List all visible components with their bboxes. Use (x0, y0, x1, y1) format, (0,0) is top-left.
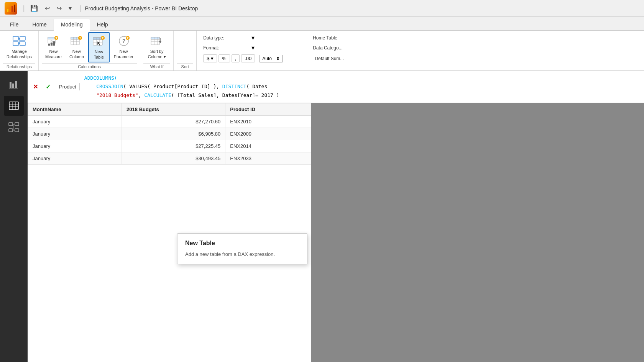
svg-rect-45 (151, 37, 159, 39)
decimal-format-button[interactable]: .00 (241, 54, 255, 62)
relationships-buttons: ManageRelationships (3, 32, 35, 63)
canvas-background (311, 103, 644, 362)
svg-rect-63 (9, 129, 13, 132)
title-separator2: | (80, 4, 82, 12)
window-title: Product Budgeting Analysis - Power BI De… (85, 5, 198, 11)
auto-input[interactable]: Auto ⬍ (260, 55, 283, 62)
tab-file[interactable]: File (3, 19, 26, 31)
main-area: ✕ ✓ Product ADDCOLUMNS( CROSSJOIN( VALUE… (0, 71, 644, 362)
format-arrow: ▾ (251, 44, 255, 51)
cell-monthname: January (28, 115, 122, 128)
formula-str-1: "2018 Budgets" (96, 92, 138, 98)
formula-line-1: ADDCOLUMNS( (84, 74, 641, 82)
whatif-group-label: What If (143, 63, 170, 69)
ribbon-group-relationships: ManageRelationships Relationships (0, 31, 39, 70)
svg-rect-21 (71, 37, 79, 39)
data-category-label: Data Catego... (313, 45, 342, 51)
svg-rect-18 (51, 43, 53, 46)
svg-rect-7 (20, 42, 25, 46)
undo-button[interactable]: ↩ (43, 4, 52, 13)
content-area: ✕ ✓ Product ADDCOLUMNS( CROSSJOIN( VALUE… (28, 71, 644, 362)
cell-monthname: January (28, 140, 122, 152)
formula-comma: , (138, 92, 145, 98)
percent-format-button[interactable]: % (219, 54, 230, 62)
svg-rect-5 (20, 36, 25, 40)
new-column-icon (70, 34, 84, 48)
formula-keyword-3: DISTINCT (222, 84, 246, 89)
formula-expression[interactable]: ADDCOLUMNS( CROSSJOIN( VALUES( Product[P… (84, 73, 641, 101)
ribbon-group-sort: Sort (174, 31, 197, 70)
currency-format-button[interactable]: $ ▾ (203, 54, 217, 62)
whatif-buttons: Sort byColumn ▾ (143, 32, 170, 63)
sidebar-icon-report[interactable] (4, 74, 24, 94)
new-table-label: NewTable (94, 49, 104, 60)
formula-line-2: CROSSJOIN( VALUES( Product[Product ID] )… (84, 83, 641, 91)
tooltip-title: New Table (185, 240, 299, 247)
svg-rect-61 (9, 123, 13, 126)
new-column-button[interactable]: NewColumn (66, 32, 87, 62)
new-parameter-button[interactable]: ? NewParameter (110, 32, 137, 62)
sort-by-column-button[interactable]: Sort byColumn ▾ (143, 32, 170, 62)
svg-rect-52 (10, 82, 12, 88)
title-bar: | 💾 ↩ ↪ ▾ | Product Budgeting Analysis -… (0, 0, 644, 17)
svg-rect-53 (12, 84, 14, 88)
formula-line-3: "2018 Budgets", CALCULATE( [Total Sales]… (84, 92, 641, 100)
sort-group-label: Sort (177, 63, 193, 69)
sidebar-icon-relationships[interactable] (4, 117, 24, 137)
window-controls[interactable]: 💾 ↩ ↪ ▾ (28, 4, 74, 13)
sidebar-icon-data[interactable] (4, 96, 24, 116)
manage-relationships-label: ManageRelationships (7, 49, 32, 60)
table-row: January$27,225.45ENX2014 (28, 140, 311, 152)
home-table-label: Home Table (313, 35, 337, 41)
data-type-dropdown[interactable]: ▾ (248, 34, 279, 42)
cell-monthname: January (28, 128, 122, 140)
ribbon-group-whatif: Sort byColumn ▾ What If (140, 31, 174, 70)
formula-text-3: ( Dates (246, 84, 267, 89)
col-header-productid: Product ID (225, 103, 311, 115)
tooltip-body: Add a new table from a DAX expression. (185, 251, 299, 258)
svg-text:fx: fx (51, 39, 53, 43)
sidebar (0, 71, 28, 362)
ribbon-tabs: File Home Modeling Help (0, 17, 644, 31)
cell-budgets: $30,493.45 (122, 152, 225, 164)
data-type-label: Data type: (203, 35, 245, 41)
redo-button[interactable]: ↪ (54, 4, 64, 13)
svg-rect-19 (53, 41, 55, 46)
customize-button[interactable]: ▾ (66, 4, 74, 13)
formula-keyword-2: CROSSJOIN (96, 84, 123, 89)
formula-confirm-button[interactable]: ✓ (43, 82, 53, 91)
tab-modeling[interactable]: Modeling (54, 19, 90, 31)
calculations-group-label: Calculations (42, 63, 137, 69)
save-button[interactable]: 💾 (28, 4, 40, 13)
manage-relationships-button[interactable]: ManageRelationships (3, 32, 35, 62)
tab-home[interactable]: Home (26, 19, 54, 31)
svg-rect-12 (48, 37, 56, 39)
tab-help[interactable]: Help (90, 19, 115, 31)
data-type-row: Data type: ▾ Home Table (203, 34, 638, 42)
sort-by-column-label: Sort byColumn ▾ (148, 49, 166, 60)
relationships-group-label: Relationships (3, 63, 35, 69)
cell-productid: ENX2014 (225, 140, 311, 152)
svg-rect-64 (15, 129, 19, 132)
format-buttons-row: $ ▾ % , .00 Auto ⬍ Default Sum... (203, 54, 638, 62)
formula-keyword-4: CALCULATE (144, 92, 171, 98)
new-parameter-label: NewParameter (114, 49, 133, 60)
svg-rect-0 (7, 9, 8, 12)
sort-by-column-icon (150, 34, 164, 48)
tooltip-popup: New Table Add a new table from a DAX exp… (177, 233, 307, 265)
calculations-buttons: fx NewMeasure (42, 32, 137, 63)
new-table-button[interactable]: NewTable (88, 32, 110, 62)
new-measure-button[interactable]: fx NewMeasure (42, 32, 65, 62)
format-dropdown[interactable]: ▾ (248, 44, 279, 52)
formula-text-2: ( VALUES( Product[Product ID] ), (123, 84, 222, 89)
auto-spinner[interactable]: ⬍ (276, 56, 280, 61)
formula-cancel-button[interactable]: ✕ (31, 82, 40, 91)
svg-rect-62 (15, 123, 19, 126)
default-sum-label: Default Sum... (315, 56, 344, 61)
comma-format-button[interactable]: , (232, 54, 240, 62)
cell-budgets: $27,225.45 (122, 140, 225, 152)
ribbon-group-calculations: fx NewMeasure (39, 31, 140, 70)
new-measure-label: NewMeasure (45, 49, 62, 60)
new-table-icon (92, 34, 106, 48)
sort-buttons (177, 32, 193, 63)
